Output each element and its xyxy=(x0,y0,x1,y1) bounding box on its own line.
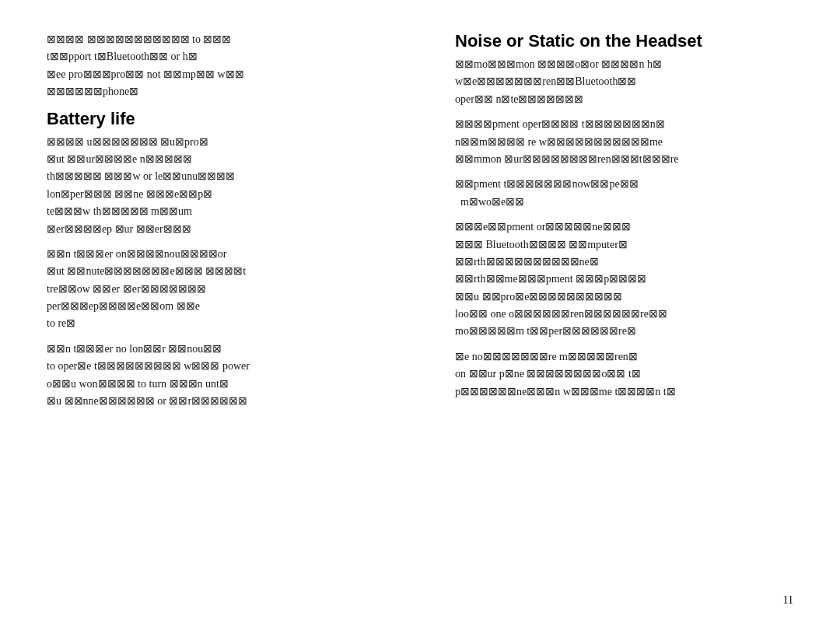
noise-paragraph-1: ⊠⊠mo⊠⊠⊠mon ⊠⊠⊠⊠o⊠or ⊠⊠⊠⊠n h⊠ w⊠e⊠⊠⊠⊠⊠⊠⊠r… xyxy=(455,56,793,108)
battery-paragraph-3: ⊠⊠n t⊠⊠⊠er no lon⊠⊠r ⊠⊠nou⊠⊠ to oper⊠e t… xyxy=(47,341,385,411)
content-columns: ⊠⊠⊠⊠ ⊠⊠⊠⊠⊠⊠⊠⊠⊠⊠⊠ to ⊠⊠⊠ t⊠⊠pport t⊠Bluet… xyxy=(47,31,793,599)
battery-paragraph-2: ⊠⊠n t⊠⊠⊠er on⊠⊠⊠⊠nou⊠⊠⊠⊠or ⊠ut ⊠⊠nute⊠⊠⊠… xyxy=(47,246,385,333)
intro-paragraph: ⊠⊠⊠⊠ ⊠⊠⊠⊠⊠⊠⊠⊠⊠⊠⊠ to ⊠⊠⊠ t⊠⊠pport t⊠Bluet… xyxy=(47,31,385,101)
battery-life-heading: Battery life xyxy=(47,109,385,129)
noise-paragraph-2: ⊠⊠⊠⊠pment oper⊠⊠⊠⊠ t⊠⊠⊠⊠⊠⊠⊠n⊠ n⊠⊠m⊠⊠⊠⊠ r… xyxy=(455,116,793,168)
intro-text: ⊠⊠⊠⊠ ⊠⊠⊠⊠⊠⊠⊠⊠⊠⊠⊠ to ⊠⊠⊠ t⊠⊠pport t⊠Bluet… xyxy=(47,33,244,97)
left-column: ⊠⊠⊠⊠ ⊠⊠⊠⊠⊠⊠⊠⊠⊠⊠⊠ to ⊠⊠⊠ t⊠⊠pport t⊠Bluet… xyxy=(47,31,401,599)
right-column: Noise or Static on the Headset ⊠⊠mo⊠⊠⊠mo… xyxy=(447,31,793,599)
page: ⊠⊠⊠⊠ ⊠⊠⊠⊠⊠⊠⊠⊠⊠⊠⊠ to ⊠⊠⊠ t⊠⊠pport t⊠Bluet… xyxy=(0,0,840,630)
noise-paragraph-5: ⊠e no⊠⊠⊠⊠⊠⊠⊠re m⊠⊠⊠⊠⊠ren⊠ on ⊠⊠ur p⊠ne ⊠… xyxy=(455,348,793,401)
battery-paragraph-1: ⊠⊠⊠⊠ u⊠⊠⊠⊠⊠⊠⊠ ⊠u⊠pro⊠ ⊠ut ⊠⊠ur⊠⊠⊠⊠e n⊠⊠⊠… xyxy=(47,134,385,238)
noise-paragraph-3: ⊠⊠pment t⊠⊠⊠⊠⊠⊠⊠now⊠⊠pe⊠⊠ m⊠wo⊠e⊠⊠ xyxy=(455,176,793,211)
noise-paragraph-4: ⊠⊠⊠e⊠⊠pment or⊠⊠⊠⊠⊠ne⊠⊠⊠ ⊠⊠⊠ Bluetooth⊠⊠… xyxy=(455,219,793,341)
noise-static-heading: Noise or Static on the Headset xyxy=(455,31,793,51)
page-number: 11 xyxy=(783,594,793,607)
